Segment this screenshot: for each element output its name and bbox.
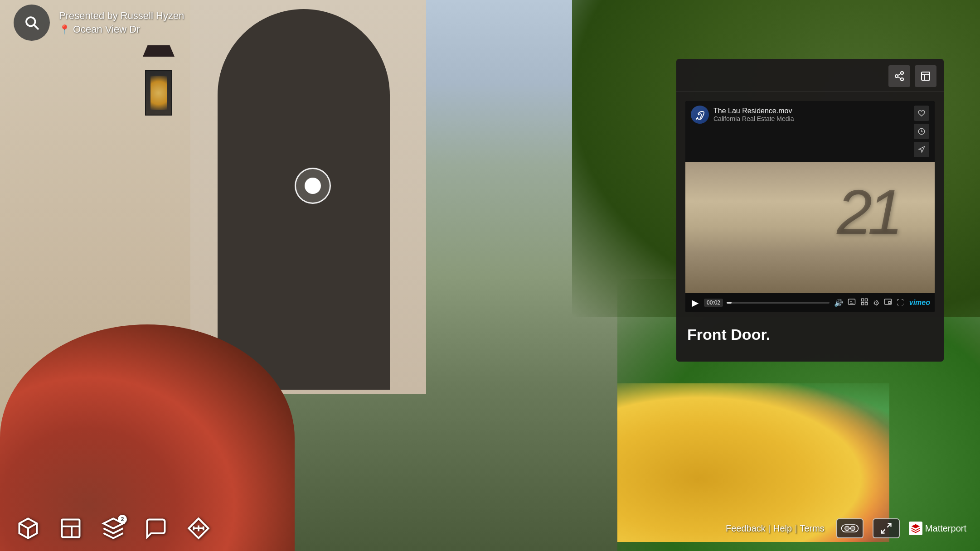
channel-name: California Real Estate Media — [713, 115, 794, 122]
svg-rect-18 — [861, 303, 864, 305]
toolbar-left: 2 — [14, 514, 213, 543]
svg-rect-20 — [888, 301, 891, 304]
hotspot-button[interactable] — [295, 168, 331, 204]
floorplan-button[interactable] — [56, 514, 85, 543]
progress-bar[interactable] — [727, 302, 830, 304]
matterport-label: Matterport — [925, 523, 966, 534]
svg-line-35 — [881, 529, 885, 533]
layers-button[interactable]: 2 — [99, 514, 128, 543]
measure-button[interactable] — [184, 514, 213, 543]
video-title: The Lau Residence.mov — [713, 107, 794, 115]
floorplan-icon — [59, 517, 82, 540]
matterport-logo: Matterport — [909, 522, 966, 535]
channel-info: The Lau Residence.mov California Real Es… — [691, 106, 794, 124]
like-button[interactable] — [914, 106, 929, 121]
svg-line-34 — [887, 524, 891, 527]
svg-rect-17 — [865, 303, 867, 305]
house-number-display: 21 — [837, 175, 898, 249]
address-row: 📍 Ocean View Dr — [59, 24, 184, 35]
svg-point-4 — [901, 78, 903, 81]
bottom-toolbar: 2 Feedback | Help | Terms — [0, 506, 980, 551]
heart-icon — [918, 110, 925, 117]
fullscreen-button[interactable] — [873, 518, 900, 538]
help-link[interactable]: Help — [771, 523, 795, 534]
share-icon — [894, 71, 905, 82]
volume-icon[interactable]: 🔊 — [833, 298, 844, 308]
svg-line-6 — [898, 74, 901, 76]
video-controls: ▶ 00:02 🔊 — [685, 293, 935, 312]
svg-rect-15 — [861, 299, 864, 301]
terms-link[interactable]: Terms — [797, 523, 827, 534]
svg-line-5 — [898, 77, 901, 79]
notes-icon — [144, 517, 168, 540]
toolbar-right: Feedback | Help | Terms — [723, 518, 966, 538]
lantern — [141, 45, 177, 118]
measure-icon — [187, 517, 210, 540]
svg-point-2 — [901, 72, 903, 74]
panel-description: Front Door. — [676, 312, 944, 348]
vimeo-logo-icon — [695, 110, 705, 120]
svg-point-3 — [895, 75, 898, 77]
channel-icon[interactable] — [859, 297, 869, 309]
channel-avatar — [691, 106, 709, 124]
vr-icon — [841, 522, 859, 534]
vr-button[interactable] — [836, 518, 864, 538]
subtitles-icon — [848, 298, 856, 306]
info-button[interactable] — [915, 65, 936, 87]
pip-icon[interactable] — [883, 297, 893, 309]
video-thumbnail[interactable]: 21 — [685, 162, 935, 293]
svg-marker-11 — [919, 146, 925, 152]
matterport-icon — [909, 522, 922, 535]
svg-rect-22 — [62, 520, 80, 537]
svg-rect-7 — [922, 72, 930, 80]
svg-rect-16 — [865, 299, 867, 301]
cc-icon[interactable] — [847, 297, 857, 309]
property-info: Presented by Russell Hyzen 📍 Ocean View … — [59, 10, 184, 35]
notes-button[interactable] — [141, 514, 170, 543]
fullscreen-icon — [880, 522, 893, 535]
fullscreen-icon[interactable]: ⛶ — [896, 298, 905, 308]
video-container: The Lau Residence.mov California Real Es… — [685, 101, 935, 312]
vimeo-brand: vimeo — [909, 299, 930, 307]
panel-header — [676, 59, 944, 92]
search-icon — [24, 14, 40, 31]
svg-line-1 — [34, 25, 39, 29]
video-action-icons — [914, 106, 929, 157]
video-header: The Lau Residence.mov California Real Es… — [685, 101, 935, 162]
channel-text: The Lau Residence.mov California Real Es… — [713, 107, 794, 122]
time-display: 00:02 — [704, 299, 723, 307]
media-icon — [860, 298, 868, 306]
top-header: Presented by Russell Hyzen 📍 Ocean View … — [0, 0, 980, 45]
footer-links: Feedback | Help | Terms — [723, 523, 827, 534]
panel-title: Front Door. — [687, 326, 933, 343]
feedback-link[interactable]: Feedback — [723, 523, 768, 534]
picture-in-picture-icon — [884, 298, 892, 306]
location-icon: 📍 — [59, 24, 70, 35]
share-button[interactable] — [888, 65, 910, 87]
play-button[interactable]: ▶ — [690, 297, 700, 308]
svg-point-0 — [26, 17, 35, 26]
watchlater-button[interactable] — [914, 124, 929, 139]
progress-fill — [727, 302, 732, 304]
search-button[interactable] — [14, 5, 50, 41]
address-text: Ocean View Dr — [73, 24, 140, 35]
cube-button[interactable] — [14, 514, 43, 543]
send-icon — [918, 146, 925, 153]
video-ctrl-icons: 🔊 ⚙ — [833, 297, 930, 309]
layers-badge: 2 — [118, 515, 127, 524]
matterport-brand-icon — [911, 523, 921, 533]
cube-icon — [16, 517, 40, 540]
svg-point-32 — [850, 526, 855, 531]
clock-icon — [918, 128, 925, 135]
presenter-label: Presented by Russell Hyzen — [59, 10, 184, 22]
layout-icon — [920, 71, 931, 82]
send-button[interactable] — [914, 142, 929, 157]
svg-point-31 — [845, 526, 849, 531]
info-panel: The Lau Residence.mov California Real Es… — [676, 59, 944, 362]
settings-icon[interactable]: ⚙ — [872, 298, 880, 308]
hotspot-inner — [305, 178, 321, 194]
